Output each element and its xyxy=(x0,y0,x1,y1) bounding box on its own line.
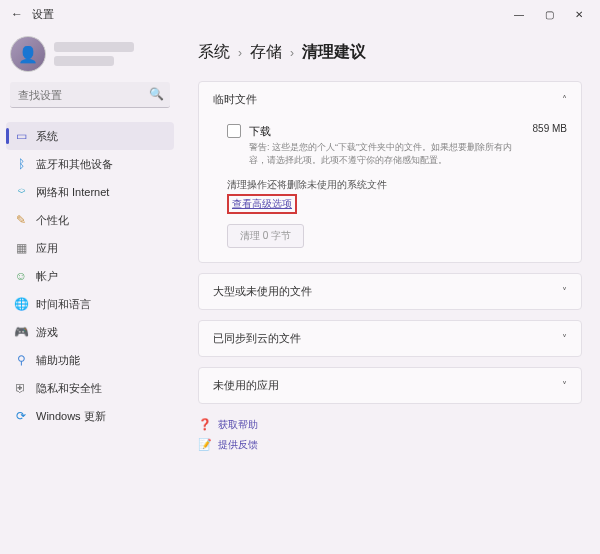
chevron-down-icon: ˅ xyxy=(562,333,567,344)
crumb-system[interactable]: 系统 xyxy=(198,42,230,63)
sidebar-label: 应用 xyxy=(36,241,58,256)
clean-button[interactable]: 清理 0 字节 xyxy=(227,224,304,248)
sidebar-icon: ⌔ xyxy=(14,185,28,199)
sidebar-icon: ☺ xyxy=(14,269,28,283)
card-title: 已同步到云的文件 xyxy=(213,331,301,346)
card-header-temp[interactable]: 临时文件 ˄ xyxy=(199,82,581,117)
sidebar-label: 游戏 xyxy=(36,325,58,340)
crumb-storage[interactable]: 存储 xyxy=(250,42,282,63)
downloads-size: 859 MB xyxy=(533,123,567,134)
search-box[interactable]: 🔍 xyxy=(10,82,170,108)
sidebar-label: 时间和语言 xyxy=(36,297,91,312)
sidebar-icon: ▭ xyxy=(14,129,28,143)
sidebar-item-4[interactable]: ▦应用 xyxy=(6,234,174,262)
chevron-down-icon: ˅ xyxy=(562,286,567,297)
search-icon: 🔍 xyxy=(149,87,164,101)
sidebar-item-6[interactable]: 🌐时间和语言 xyxy=(6,290,174,318)
card-title: 未使用的应用 xyxy=(213,378,279,393)
downloads-checkbox[interactable] xyxy=(227,124,241,138)
sidebar-icon: ᛒ xyxy=(14,157,28,171)
sidebar-icon: 🎮 xyxy=(14,325,28,339)
close-button[interactable]: ✕ xyxy=(564,3,594,25)
sidebar-item-2[interactable]: ⌔网络和 Internet xyxy=(6,178,174,206)
search-input[interactable] xyxy=(10,82,170,108)
sidebar-icon: ⟳ xyxy=(14,409,28,423)
sidebar-label: 网络和 Internet xyxy=(36,185,109,200)
card-unused-apps[interactable]: 未使用的应用 ˅ xyxy=(198,367,582,404)
sidebar-label: Windows 更新 xyxy=(36,409,106,424)
avatar: 👤 xyxy=(10,36,46,72)
feedback-icon: 📝 xyxy=(198,438,212,451)
feedback-link[interactable]: 📝 提供反馈 xyxy=(198,438,582,452)
sidebar-label: 辅助功能 xyxy=(36,353,80,368)
downloads-title: 下载 xyxy=(249,123,517,140)
card-large-files[interactable]: 大型或未使用的文件 ˅ xyxy=(198,273,582,310)
sidebar-item-8[interactable]: ⚲辅助功能 xyxy=(6,346,174,374)
sidebar-label: 蓝牙和其他设备 xyxy=(36,157,113,172)
get-help-link[interactable]: ❓ 获取帮助 xyxy=(198,418,582,432)
back-button[interactable]: ← xyxy=(6,3,28,25)
chevron-right-icon: › xyxy=(238,46,242,60)
sidebar-item-3[interactable]: ✎个性化 xyxy=(6,206,174,234)
sidebar-item-7[interactable]: 🎮游戏 xyxy=(6,318,174,346)
crumb-cleanup: 清理建议 xyxy=(302,42,366,63)
sidebar-icon: ⛨ xyxy=(14,381,28,395)
adv-hint: 清理操作还将删除未使用的系统文件 xyxy=(227,178,567,192)
sidebar-item-9[interactable]: ⛨隐私和安全性 xyxy=(6,374,174,402)
sidebar-label: 个性化 xyxy=(36,213,69,228)
sidebar-label: 系统 xyxy=(36,129,58,144)
card-title: 大型或未使用的文件 xyxy=(213,284,312,299)
sidebar-icon: ⚲ xyxy=(14,353,28,367)
card-temp-files: 临时文件 ˄ 下载 警告: 这些是您的个人“下载”文件夹中的文件。如果想要删除所… xyxy=(198,81,582,263)
sidebar-icon: ▦ xyxy=(14,241,28,255)
sidebar-item-5[interactable]: ☺帐户 xyxy=(6,262,174,290)
help-icon: ❓ xyxy=(198,418,212,431)
view-advanced-options-link[interactable]: 查看高级选项 xyxy=(227,194,297,214)
chevron-right-icon: › xyxy=(290,46,294,60)
sidebar-item-0[interactable]: ▭系统 xyxy=(6,122,174,150)
card-cloud-synced[interactable]: 已同步到云的文件 ˅ xyxy=(198,320,582,357)
sidebar-item-1[interactable]: ᛒ蓝牙和其他设备 xyxy=(6,150,174,178)
breadcrumb: 系统 › 存储 › 清理建议 xyxy=(198,42,582,63)
sidebar-label: 隐私和安全性 xyxy=(36,381,102,396)
sidebar-item-10[interactable]: ⟳Windows 更新 xyxy=(6,402,174,430)
sidebar-label: 帐户 xyxy=(36,269,58,284)
sidebar-icon: ✎ xyxy=(14,213,28,227)
sidebar-icon: 🌐 xyxy=(14,297,28,311)
card-title: 临时文件 xyxy=(213,92,257,107)
chevron-up-icon: ˄ xyxy=(562,94,567,105)
user-profile[interactable]: 👤 xyxy=(6,32,174,82)
minimize-button[interactable]: — xyxy=(504,3,534,25)
maximize-button[interactable]: ▢ xyxy=(534,3,564,25)
downloads-desc: 警告: 这些是您的个人“下载”文件夹中的文件。如果想要删除所有内容，请选择此项。… xyxy=(249,141,517,168)
app-title: 设置 xyxy=(32,7,54,22)
chevron-down-icon: ˅ xyxy=(562,380,567,391)
